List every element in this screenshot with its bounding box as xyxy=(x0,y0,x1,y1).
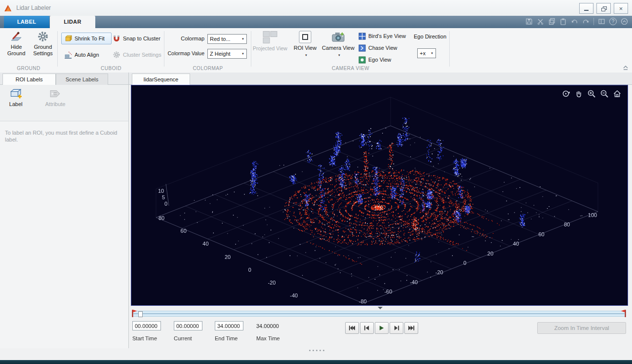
main-area: lidarSequence 1050806040200-20-401008060… xyxy=(129,73,632,348)
auto-align-label: Auto Align xyxy=(75,52,99,58)
define-label-button[interactable]: Label xyxy=(5,88,27,108)
paste-icon[interactable] xyxy=(559,18,567,25)
cluster-settings-button[interactable]: Cluster Settings xyxy=(110,49,166,61)
chase-view-item[interactable]: Chase View xyxy=(358,43,397,53)
redo-icon[interactable] xyxy=(582,18,590,25)
ground-settings-label: Ground Settings xyxy=(30,44,56,57)
time-range-slider[interactable] xyxy=(132,311,626,317)
birds-eye-view-item[interactable]: Bird's Eye View xyxy=(358,31,406,41)
snap-to-cluster-button[interactable]: Snap to Cluster xyxy=(110,33,166,44)
window-title: Lidar Labeler xyxy=(16,4,51,11)
chevron-down-icon: ▼ xyxy=(305,52,308,59)
colormap-value-label: Colormap Value xyxy=(163,50,204,56)
ego-view-icon xyxy=(358,56,366,64)
hide-ground-label: Hide Ground xyxy=(4,44,29,57)
ribbon-tab-row: LABEL LIDAR ? xyxy=(0,16,632,28)
undo-icon[interactable] xyxy=(571,18,578,25)
tab-scene-labels[interactable]: Scene Labels xyxy=(56,73,108,85)
current-time-input[interactable] xyxy=(174,321,202,330)
section-label-colormap: COLORMAP xyxy=(165,66,251,71)
point-cloud-canvas[interactable] xyxy=(131,85,628,305)
chevron-down-icon: ▼ xyxy=(241,52,244,55)
minimize-icon xyxy=(584,10,589,11)
start-time-label: Start Time xyxy=(132,335,157,341)
birds-eye-view-icon xyxy=(358,33,366,40)
attribute-icon xyxy=(49,88,61,100)
colormap-value-dropdown[interactable]: Z Height ▼ xyxy=(207,49,247,59)
section-label-ground: GROUND xyxy=(0,66,57,71)
ego-direction-dropdown[interactable]: +x ▼ xyxy=(417,48,436,58)
tab-lidar[interactable]: LIDAR xyxy=(50,16,95,28)
section-divider xyxy=(449,31,450,67)
copy-icon[interactable] xyxy=(548,18,555,25)
help-icon[interactable]: ? xyxy=(609,18,617,25)
ego-view-item[interactable]: Ego View xyxy=(358,55,391,65)
cut-icon[interactable] xyxy=(537,18,544,25)
label-panel: ROI Labels Scene Labels Label xyxy=(0,73,129,348)
timeline-thumb[interactable] xyxy=(138,311,143,317)
hide-ground-button[interactable]: Hide Ground xyxy=(4,31,29,57)
first-frame-button[interactable] xyxy=(345,322,359,334)
ground-settings-button[interactable]: Ground Settings xyxy=(30,31,56,57)
lidar-labeler-window: Lidar Labeler × LABEL LIDAR ? xyxy=(0,0,632,364)
tab-lidar-sequence[interactable]: lidarSequence xyxy=(132,73,190,85)
end-time-label: End Time xyxy=(215,335,237,341)
playback-controls xyxy=(345,322,418,334)
rotate-3d-icon[interactable] xyxy=(561,89,570,98)
auto-align-button[interactable]: Auto Align xyxy=(61,49,112,61)
birds-eye-view-label: Bird's Eye View xyxy=(368,33,406,39)
pan-hand-icon[interactable] xyxy=(574,89,583,98)
zoom-in-icon[interactable] xyxy=(587,89,596,98)
zoom-in-time-interval-button[interactable]: Zoom In Time Interval xyxy=(537,322,626,334)
shrink-to-fit-button[interactable]: Shrink To Fit xyxy=(61,33,112,44)
label-panel-toolbar: Label Attribute xyxy=(0,85,128,121)
minimize-ribbon-icon[interactable] xyxy=(621,18,628,25)
save-icon[interactable] xyxy=(525,18,533,25)
minimize-button[interactable] xyxy=(579,3,593,14)
section-divider xyxy=(164,31,164,67)
close-button[interactable]: × xyxy=(614,3,628,14)
define-label-text: Label xyxy=(9,101,23,108)
projected-view-button[interactable]: Projected View xyxy=(253,31,287,52)
layout-icon[interactable] xyxy=(598,18,605,25)
previous-frame-button[interactable] xyxy=(360,322,374,334)
start-time-input[interactable] xyxy=(132,321,161,330)
next-frame-button[interactable] xyxy=(390,322,403,334)
ego-direction-value: +x xyxy=(420,50,429,56)
play-button[interactable] xyxy=(375,322,389,334)
attribute-button[interactable]: Attribute xyxy=(41,88,69,108)
shrink-to-fit-label: Shrink To Fit xyxy=(75,36,105,41)
restore-button[interactable] xyxy=(596,3,611,14)
zoom-out-icon[interactable] xyxy=(600,89,609,98)
last-frame-button[interactable] xyxy=(404,322,418,334)
viewer-tabbar: lidarSequence xyxy=(129,73,632,85)
collapse-toolstrip-icon[interactable] xyxy=(622,65,629,71)
projected-view-icon xyxy=(263,31,277,44)
ego-direction-label: Ego Direction xyxy=(414,34,446,39)
camera-view-button[interactable]: Camera View ▼ xyxy=(322,31,355,59)
colormap-dropdown[interactable]: Red to... ▼ xyxy=(207,34,247,44)
chase-view-icon xyxy=(358,44,366,52)
tab-roi-labels[interactable]: ROI Labels xyxy=(2,73,56,85)
tab-label[interactable]: LABEL xyxy=(4,16,49,28)
point-cloud-viewport[interactable]: 1050806040200-20-40100806040200-20-40-60… xyxy=(131,85,628,306)
colormap-value-selected: Z Height xyxy=(210,51,239,57)
label-panel-content: To label an ROI, you must first define a… xyxy=(0,121,128,348)
colormap-label: Colormap xyxy=(165,36,204,41)
chase-view-label: Chase View xyxy=(368,45,397,51)
splitter-handle[interactable] xyxy=(309,350,324,351)
range-start-flag[interactable] xyxy=(132,309,137,318)
end-time-input[interactable] xyxy=(215,321,243,330)
range-end-flag[interactable] xyxy=(621,309,626,318)
bottom-splitter-strip xyxy=(0,348,632,360)
quick-access-toolbar: ? xyxy=(525,18,628,25)
collapse-timeline-icon[interactable] xyxy=(378,307,383,309)
camera-icon xyxy=(331,31,345,43)
view-toolbar xyxy=(561,89,622,98)
timeline-panel: 34.00000 Start Time Current End Time Max… xyxy=(130,307,630,348)
roi-view-button[interactable]: ROI View ▼ xyxy=(291,31,319,59)
section-label-camera-view: CAMERA VIEW xyxy=(252,66,449,71)
gear-icon xyxy=(113,51,120,59)
home-icon[interactable] xyxy=(613,89,622,98)
hide-ground-icon xyxy=(10,31,23,42)
